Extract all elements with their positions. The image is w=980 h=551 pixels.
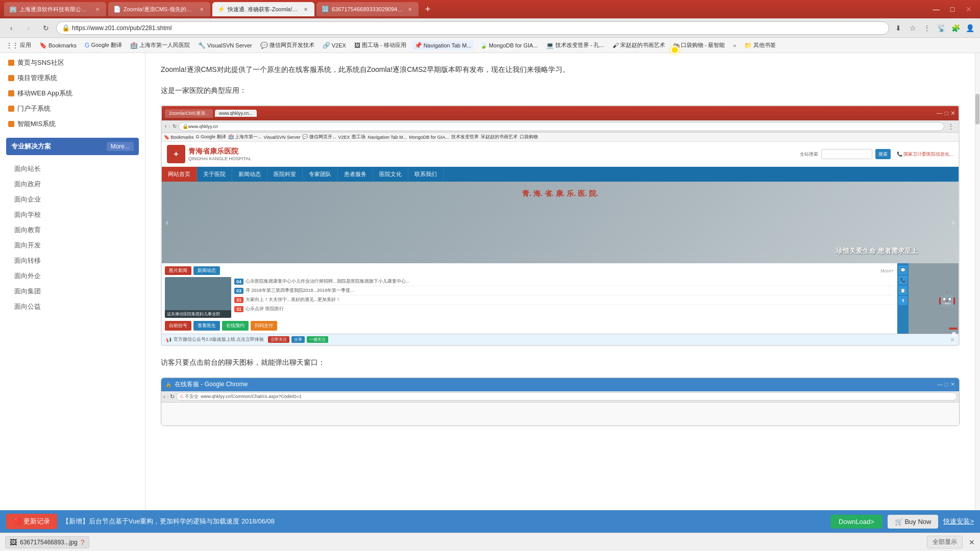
bookmark-bookmarks[interactable]: 🔖Bookmarks bbox=[37, 41, 79, 50]
bookmark-translate[interactable]: GGoogle 翻译 bbox=[83, 40, 124, 50]
sidebar-item-webmaster[interactable]: 面向站长 bbox=[0, 161, 145, 177]
ss-bk-8[interactable]: Navigation Tab M... bbox=[368, 135, 407, 140]
scrollbar-thumb[interactable] bbox=[975, 94, 979, 124]
sidebar-item-group[interactable]: 面向集团 bbox=[0, 284, 145, 299]
pay-btn[interactable]: 扫码支付 bbox=[251, 321, 277, 331]
bookmark-art[interactable]: 🖌宋赵赵的书画艺术 bbox=[610, 40, 667, 50]
bookmark-tech[interactable]: 💻技术改变世界 - 孔... bbox=[544, 40, 606, 50]
ss-bk-3[interactable]: 🏥 上海市第一... bbox=[228, 134, 262, 140]
download-item[interactable]: 🖼 6367175466893...jpg ? bbox=[5, 536, 89, 548]
appoint-btn[interactable]: 自助挂号 bbox=[165, 321, 191, 331]
medical-btn[interactable]: 查看医生 bbox=[193, 321, 220, 331]
nav-home[interactable]: 网站首页 bbox=[162, 167, 197, 182]
ss-bk-9[interactable]: MongoDB for GIA... bbox=[409, 135, 449, 140]
ss-bk-11[interactable]: 宋赵赵的书画艺术 bbox=[481, 134, 518, 140]
cast-icon[interactable]: 📡 bbox=[935, 22, 947, 34]
bookmark-apps[interactable]: ⋮⋮应用 bbox=[4, 40, 33, 50]
bookmark-wechat[interactable]: 💬微信网页开发技术 bbox=[258, 40, 316, 50]
bookmark-tgc[interactable]: 🖼图工场 - 移动应用 bbox=[352, 40, 408, 50]
tab-3[interactable]: ⚡ 快速通. 准确获客-Zoomla!逐... ✕ bbox=[212, 2, 314, 16]
ss-bk-2[interactable]: G Google 翻译 bbox=[196, 134, 226, 140]
extensions-icon[interactable]: 🧩 bbox=[949, 22, 962, 34]
ss-bk-10[interactable]: 技术改变世界 bbox=[451, 134, 479, 140]
bookmark-hospital[interactable]: 🏥上海市第一人民医院 bbox=[128, 40, 192, 50]
address-bar[interactable]: 🔒 https://www.z01.com/pub/2281.shtml bbox=[56, 21, 889, 35]
right-scrollbar[interactable] bbox=[975, 53, 980, 510]
ss-tab-hospital[interactable]: www.qhklyy.cn... bbox=[215, 110, 257, 117]
ss-address-bar[interactable]: 🔒 www.qhklyy.cn bbox=[179, 122, 944, 131]
close-download-bar[interactable]: ✕ bbox=[969, 538, 975, 546]
tab-2[interactable]: 📄 Zoomla!逐浪CMS-领先的CMS... ✕ bbox=[108, 2, 210, 16]
chat-maximize[interactable]: □ bbox=[945, 381, 948, 388]
ss-maximize[interactable]: □ bbox=[945, 110, 948, 117]
tab-4[interactable]: 🔢 6367175466893330290945702... ✕ bbox=[316, 2, 419, 16]
sidebar-item-mis[interactable]: 智能MIS系统 bbox=[0, 116, 145, 132]
tool-1[interactable]: 💬 bbox=[898, 265, 908, 274]
bookmark-shop[interactable]: 🛍口袋购物 - 最智能 bbox=[671, 40, 727, 50]
sidebar-item-government[interactable]: 面向政府 bbox=[0, 177, 145, 192]
minimize-button[interactable]: — bbox=[929, 4, 943, 14]
nav-contact[interactable]: 联系我们 bbox=[408, 167, 444, 182]
follow-btn[interactable]: 立即关注 bbox=[268, 336, 289, 343]
news-more[interactable]: More+ bbox=[880, 268, 894, 273]
nav-news[interactable]: 新闻动态 bbox=[232, 167, 267, 182]
ss-bk-7[interactable]: 图工场 bbox=[352, 134, 365, 140]
show-all-downloads-button[interactable]: 全部显示 bbox=[927, 536, 963, 548]
more-button[interactable]: More... bbox=[107, 142, 134, 151]
close-button[interactable]: ✕ bbox=[962, 4, 976, 14]
bookmark-mongo[interactable]: 🍃MongoDB for GIA... bbox=[478, 41, 540, 50]
sidebar-item-transfer[interactable]: 面向转移 bbox=[0, 253, 145, 268]
sidebar-special-section[interactable]: 专业解决方案 More... bbox=[6, 138, 139, 155]
bookmark-v2ex[interactable]: 🔗V2EX bbox=[321, 41, 348, 50]
news-tab[interactable]: 新闻动态 bbox=[193, 266, 220, 275]
ss-bk-1[interactable]: 🔖 Bookmarks bbox=[164, 135, 194, 140]
photo-tab[interactable]: 图片新闻 bbox=[165, 266, 191, 275]
online-service-btn[interactable]: 在线咨询 bbox=[949, 328, 958, 330]
ss-reload[interactable]: ↻ bbox=[173, 123, 177, 129]
bookmark-nav[interactable]: 📌Navigation Tab M... bbox=[412, 41, 474, 50]
sidebar-item-portal[interactable]: 门户子系统 bbox=[0, 101, 145, 116]
buy-button[interactable]: 🛒 Buy Now bbox=[888, 515, 939, 529]
tool-2[interactable]: 📞 bbox=[898, 276, 908, 285]
ss-back[interactable]: ‹ bbox=[165, 123, 166, 129]
banner-arrow-right[interactable]: › bbox=[952, 218, 954, 227]
sidebar-item-school[interactable]: 面向学校 bbox=[0, 207, 145, 222]
ss-minimize[interactable]: — bbox=[937, 110, 943, 117]
ss-close[interactable]: ✕ bbox=[950, 110, 955, 117]
chat-reload[interactable]: ↻ bbox=[170, 393, 175, 400]
nav-expert[interactable]: 专家团队 bbox=[303, 167, 338, 182]
tool-4[interactable]: ⬆ bbox=[898, 296, 908, 305]
ss-bk-4[interactable]: VisualSVN Server bbox=[264, 135, 301, 140]
chat-forward[interactable]: › bbox=[167, 393, 169, 399]
like-btn[interactable]: 一键关注 bbox=[307, 336, 328, 343]
checkin-btn[interactable]: 在线预约 bbox=[222, 321, 249, 331]
chat-minimize[interactable]: — bbox=[937, 381, 943, 388]
reload-button[interactable]: ↻ bbox=[39, 21, 53, 35]
ss-forward[interactable]: › bbox=[168, 123, 170, 129]
nav-about[interactable]: 关于医院 bbox=[197, 167, 232, 182]
tab-close-1[interactable]: ✕ bbox=[94, 6, 101, 13]
tab-close-2[interactable]: ✕ bbox=[198, 6, 205, 13]
sidebar-item-mobile[interactable]: 移动WEB App系统 bbox=[0, 86, 145, 101]
maximize-button[interactable]: □ bbox=[945, 4, 960, 14]
sidebar-item-education[interactable]: 面向教育 bbox=[0, 222, 145, 238]
tab-close-3[interactable]: ✕ bbox=[302, 6, 309, 13]
bookmark-star-icon[interactable]: ☆ bbox=[906, 22, 919, 34]
ss-bk-5[interactable]: 💬 微信网页开... bbox=[302, 134, 336, 140]
download-button[interactable]: DownLoad> bbox=[830, 515, 883, 529]
chat-back[interactable]: ‹ bbox=[163, 393, 165, 399]
sidebar-item-yellowpages[interactable]: 黄页与SNS社区 bbox=[0, 55, 145, 70]
back-button[interactable]: ‹ bbox=[4, 21, 18, 35]
hospital-search-input[interactable] bbox=[821, 149, 872, 159]
chat-address-bar[interactable]: ⚠ 不安全 www.qhklyy.cn/Common/Chat/cs.aspx?… bbox=[176, 392, 957, 400]
tool-3[interactable]: 📋 bbox=[898, 286, 908, 295]
nav-dept[interactable]: 医院科室 bbox=[267, 167, 303, 182]
chat-close[interactable]: ✕ bbox=[950, 381, 955, 388]
download-nav-icon[interactable]: ⬇ bbox=[892, 22, 904, 34]
bookmark-svn[interactable]: 🔧VisualSVN Server bbox=[196, 41, 254, 50]
share-btn[interactable]: 分享 bbox=[291, 336, 305, 343]
tab-close-4[interactable]: ✕ bbox=[406, 6, 413, 13]
sidebar-item-public[interactable]: 面向公益 bbox=[0, 299, 145, 314]
bookmark-other[interactable]: 📁其他书签 bbox=[742, 40, 778, 50]
update-button[interactable]: 🔴 更新记录 bbox=[6, 514, 57, 529]
